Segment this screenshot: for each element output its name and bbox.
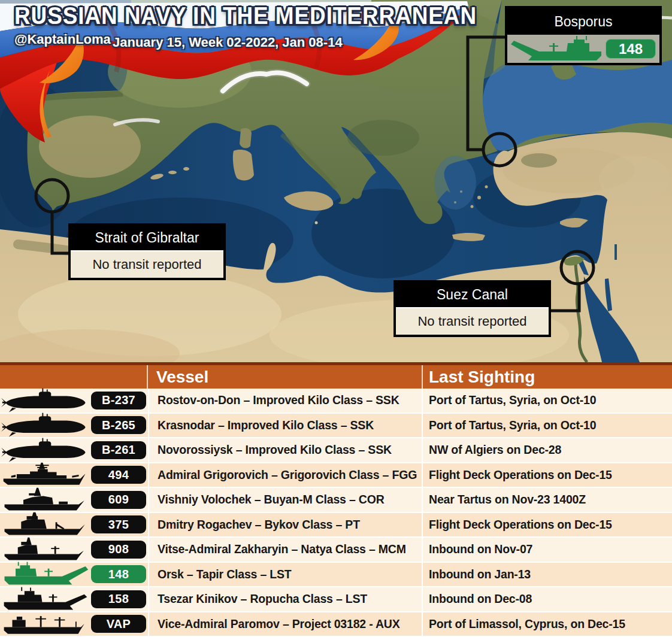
last-sighting: Near Tartus on Nov-23 1400Z: [423, 493, 672, 506]
vessel-name: Rostov-on-Don – Improved Kilo Class – SS…: [148, 389, 423, 412]
suez-callout: Suez Canal No transit reported: [393, 280, 551, 337]
report-date: January 15, Week 02-2022, Jan 08-14: [113, 35, 343, 50]
vessel-name: Admiral Grigorovich – Grigorovich Class …: [148, 463, 423, 487]
last-sighting: Inbound on Nov-07: [423, 542, 672, 556]
table-row: B-237 Rostov-on-Don – Improved Kilo Clas…: [0, 389, 672, 414]
auxiliary-ship-icon: [1, 611, 90, 636]
hull-number-badge: VAP: [91, 615, 146, 633]
bosporus-callout: Bosporus 148: [505, 6, 662, 65]
frigate-icon: [1, 462, 90, 487]
table-header-vessel: Vessel: [148, 365, 423, 389]
submarine-icon: [1, 412, 90, 438]
fleet-table: Vessel Last Sighting B-237 Rostov-on-Don…: [0, 362, 672, 637]
bosporus-transit-count-badge: 148: [606, 39, 656, 59]
last-sighting: Inbound on Jan-13: [423, 568, 672, 581]
hull-number-badge: 148: [91, 565, 146, 583]
last-sighting: Port of Tartus, Syria, on Oct-10: [423, 418, 672, 432]
vessel-name: Vishniy Volochek – Buyan-M Class – COR: [148, 488, 423, 512]
page-title: RUSSIAN NAVY IN THE MEDITERRANEAN: [14, 2, 477, 29]
submarine-icon: [1, 438, 90, 463]
suez-callout-status: No transit reported: [396, 307, 549, 335]
table-row: 148 Orsk – Tapir Class – LST Inbound on …: [0, 563, 672, 588]
table-row: B-261 Novorossiysk – Improved Kilo Class…: [0, 438, 672, 463]
last-sighting: Port of Tartus, Syria, on Oct-10: [423, 393, 672, 407]
lst-ship-icon: [508, 36, 606, 62]
vessel-name: Dmitry Rogachev – Bykov Class – PT: [148, 513, 423, 537]
last-sighting: NW of Algiers on Dec-28: [423, 443, 672, 457]
patrol-ship-icon: [1, 512, 90, 537]
gibraltar-callout-title: Strait of Gibraltar: [71, 226, 223, 250]
vessel-name: Tsezar Kinikov – Ropucha Class – LST: [148, 587, 423, 611]
table-header: Vessel Last Sighting: [0, 362, 672, 389]
vessel-name: Vitse-Admiral Zakharyin – Natya Class – …: [148, 538, 423, 562]
infographic: RUSSIAN NAVY IN THE MEDITERRANEAN @Kapta…: [0, 0, 672, 637]
hull-number-badge: 375: [91, 515, 146, 533]
corvette-icon: [1, 487, 90, 512]
table-header-last-sighting: Last Sighting: [423, 365, 672, 389]
submarine-icon: [1, 388, 90, 413]
hull-number-badge: 494: [91, 466, 146, 484]
minesweeper-icon: [1, 537, 90, 562]
table-row: 609 Vishniy Volochek – Buyan-M Class – C…: [0, 488, 672, 513]
table-row: 158 Tsezar Kinikov – Ropucha Class – LST…: [0, 587, 672, 612]
mediterranean-map: RUSSIAN NAVY IN THE MEDITERRANEAN @Kapta…: [0, 0, 672, 362]
table-row: 908 Vitse-Admiral Zakharyin – Natya Clas…: [0, 538, 672, 563]
hull-number-badge: 609: [91, 491, 146, 509]
table-header-icon-column: [0, 365, 148, 389]
last-sighting: Inbound on Dec-08: [423, 592, 672, 606]
lst-ship-icon: [1, 587, 90, 612]
dead-sea: [615, 244, 617, 260]
vessel-name: Vice-Admiral Paromov – Project 03182 - A…: [148, 612, 423, 636]
gibraltar-callout: Strait of Gibraltar No transit reported: [68, 223, 226, 280]
author-handle: @KaptainLoma: [14, 32, 111, 47]
hull-number-badge: B-261: [91, 441, 146, 459]
gibraltar-callout-status: No transit reported: [71, 250, 223, 278]
suez-callout-title: Suez Canal: [396, 283, 549, 307]
hull-number-badge: 158: [91, 590, 146, 608]
hull-number-badge: B-237: [91, 392, 146, 410]
hull-number-badge: 908: [91, 541, 146, 559]
lst-ship-icon: [1, 562, 90, 587]
vessel-name: Krasnodar – Improved Kilo Class – SSK: [148, 414, 423, 438]
last-sighting: Flight Deck Operations on Dec-15: [423, 518, 672, 532]
table-row: 494 Admiral Grigorovich – Grigorovich Cl…: [0, 463, 672, 489]
table-row: 375 Dmitry Rogachev – Bykov Class – PT F…: [0, 513, 672, 538]
table-row: VAP Vice-Admiral Paromov – Project 03182…: [0, 612, 672, 637]
last-sighting: Port of Limassol, Cyprus, on Dec-15: [423, 617, 672, 631]
last-sighting: Flight Deck Operations on Dec-15: [423, 468, 672, 482]
bosporus-callout-body: 148: [507, 35, 659, 63]
table-row: B-265 Krasnodar – Improved Kilo Class – …: [0, 414, 672, 439]
hull-number-badge: B-265: [91, 416, 146, 434]
vessel-name: Orsk – Tapir Class – LST: [148, 563, 423, 587]
bosporus-callout-title: Bosporus: [507, 8, 659, 35]
vessel-name: Novorossiysk – Improved Kilo Class – SSK: [148, 438, 423, 462]
